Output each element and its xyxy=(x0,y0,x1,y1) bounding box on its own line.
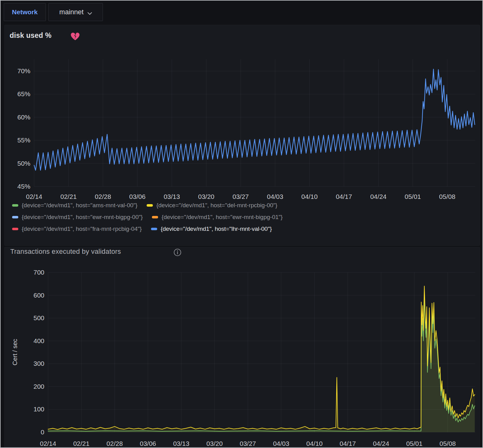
legend-item-ewr-mnt-bigpg-01[interactable]: {device="/dev/md1", host="ewr-mnt-bigpg-… xyxy=(152,214,282,221)
svg-text:03/13: 03/13 xyxy=(164,193,180,200)
network-variable-value: mainnet xyxy=(59,8,83,16)
dashboard: Network mainnet disk used % 02/1402/2102… xyxy=(0,0,483,448)
svg-text:Cert / sec: Cert / sec xyxy=(11,339,18,365)
svg-text:04/17: 04/17 xyxy=(336,193,352,200)
svg-text:03/06: 03/06 xyxy=(140,440,156,447)
svg-text:02/28: 02/28 xyxy=(95,193,111,200)
transactions-chart[interactable]: 02/1402/2102/2803/0603/1303/2003/2704/03… xyxy=(5,267,480,448)
svg-text:03/20: 03/20 xyxy=(198,193,215,200)
svg-text:04/24: 04/24 xyxy=(373,440,389,447)
chevron-down-icon xyxy=(87,9,92,17)
panel-disk-used-title[interactable]: disk used % xyxy=(10,31,51,40)
svg-text:300: 300 xyxy=(33,360,44,367)
series-swatch xyxy=(151,228,157,230)
svg-text:600: 600 xyxy=(33,292,44,299)
legend-item-ewr-mnt-bigpg-00[interactable]: {device="/dev/md1", host="ewr-mnt-bigpg-… xyxy=(12,214,143,221)
legend-item-lhr-mnt-val-00[interactable]: {device="/dev/md1", host="lhr-mnt-val-00… xyxy=(151,226,272,232)
legend-label: {device="/dev/md1", host="ewr-mnt-bigpg-… xyxy=(162,214,282,221)
svg-text:0: 0 xyxy=(41,428,44,436)
series-swatch xyxy=(147,204,153,207)
svg-text:05/01: 05/01 xyxy=(406,440,423,447)
svg-text:02/28: 02/28 xyxy=(107,440,123,447)
disk-used-chart[interactable]: 02/1402/2102/2803/0603/1303/2003/2704/03… xyxy=(5,53,480,203)
series-swatch xyxy=(152,216,158,218)
broken-heart-icon xyxy=(70,32,80,42)
svg-text:04/03: 04/03 xyxy=(267,193,283,200)
svg-text:04/03: 04/03 xyxy=(273,440,290,447)
svg-text:03/20: 03/20 xyxy=(206,440,223,447)
legend-label: {device="/dev/md1", host="fra-mnt-rpcbig… xyxy=(22,226,142,232)
svg-text:03/27: 03/27 xyxy=(240,440,256,447)
svg-text:60%: 60% xyxy=(17,114,30,121)
panel-transactions-title[interactable]: Transactions executed by validators xyxy=(10,248,121,256)
svg-text:02/21: 02/21 xyxy=(73,440,90,447)
info-icon[interactable] xyxy=(173,248,182,258)
network-variable-label-text: Network xyxy=(12,8,38,16)
svg-text:05/08: 05/08 xyxy=(439,193,455,200)
network-variable-label: Network xyxy=(4,3,46,21)
legend-label: {device="/dev/md1", host="del-mnt-rpcbig… xyxy=(156,202,277,209)
svg-text:05/08: 05/08 xyxy=(440,440,456,447)
legend-label: {device="/dev/md1", host="ams-mnt-val-00… xyxy=(22,202,137,209)
legend-label: {device="/dev/md1", host="ewr-mnt-bigpg-… xyxy=(22,214,143,221)
svg-text:02/14: 02/14 xyxy=(40,440,56,447)
svg-text:55%: 55% xyxy=(17,137,30,144)
svg-text:500: 500 xyxy=(33,314,44,321)
legend-label: {device="/dev/md1", host="lhr-mnt-val-00… xyxy=(161,226,272,232)
svg-text:04/10: 04/10 xyxy=(301,193,318,200)
svg-text:02/14: 02/14 xyxy=(26,193,42,200)
legend-item-ams-mnt-val-00[interactable]: {device="/dev/md1", host="ams-mnt-val-00… xyxy=(12,202,137,209)
series-swatch xyxy=(12,216,18,218)
svg-text:02/21: 02/21 xyxy=(60,193,77,200)
svg-text:70%: 70% xyxy=(17,67,30,74)
panel-transactions: Transactions executed by validators 02/1… xyxy=(4,247,480,448)
svg-text:05/01: 05/01 xyxy=(405,193,421,200)
svg-text:200: 200 xyxy=(33,383,44,390)
series-swatch xyxy=(12,204,18,207)
panel-disk-used: disk used % 02/1402/2102/2803/0603/1303/… xyxy=(4,25,480,246)
svg-text:03/06: 03/06 xyxy=(129,193,146,200)
svg-text:04/24: 04/24 xyxy=(370,193,387,200)
svg-text:03/27: 03/27 xyxy=(233,193,249,200)
svg-text:04/10: 04/10 xyxy=(306,440,323,447)
svg-text:50%: 50% xyxy=(17,160,30,167)
svg-text:400: 400 xyxy=(33,337,44,344)
svg-text:03/13: 03/13 xyxy=(173,440,189,447)
disk-used-legend: {device="/dev/md1", host="ams-mnt-val-00… xyxy=(12,202,471,237)
svg-text:04/17: 04/17 xyxy=(339,440,356,447)
network-variable-dropdown[interactable]: mainnet xyxy=(48,3,103,21)
svg-text:65%: 65% xyxy=(17,90,30,97)
svg-text:700: 700 xyxy=(33,269,44,276)
series-swatch xyxy=(12,228,18,230)
svg-text:100: 100 xyxy=(33,405,44,413)
svg-text:45%: 45% xyxy=(17,183,30,190)
legend-item-fra-mnt-rpcbig-04[interactable]: {device="/dev/md1", host="fra-mnt-rpcbig… xyxy=(12,226,142,232)
legend-item-del-mnt-rpcbig-00[interactable]: {device="/dev/md1", host="del-mnt-rpcbig… xyxy=(147,202,277,209)
